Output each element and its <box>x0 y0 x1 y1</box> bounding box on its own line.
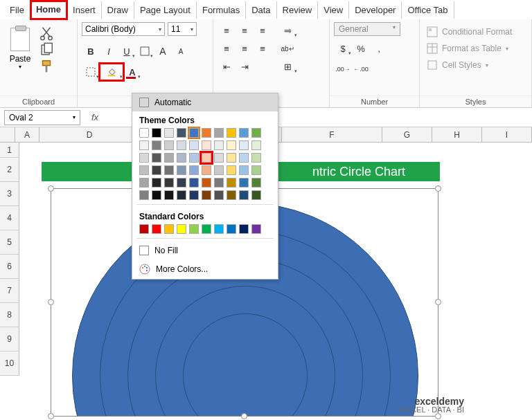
color-swatch[interactable] <box>164 128 174 138</box>
resize-handle[interactable] <box>48 185 54 192</box>
color-swatch[interactable] <box>214 140 224 150</box>
row-header[interactable]: 2 <box>0 158 19 182</box>
color-swatch[interactable] <box>239 153 249 163</box>
color-swatch[interactable] <box>189 153 199 163</box>
tab-review[interactable]: Review <box>277 1 319 19</box>
copy-button[interactable] <box>39 43 54 57</box>
currency-button[interactable]: $ <box>334 40 352 57</box>
align-center-button[interactable]: ≡ <box>236 40 254 57</box>
color-swatch[interactable] <box>202 178 211 188</box>
color-swatch[interactable] <box>214 153 224 163</box>
resize-handle[interactable] <box>435 299 441 305</box>
align-middle-button[interactable]: ≡ <box>236 22 254 39</box>
color-swatch[interactable] <box>202 153 211 163</box>
decrease-decimal-button[interactable]: ←.00 <box>352 61 370 77</box>
color-swatch[interactable] <box>164 224 174 234</box>
color-swatch[interactable] <box>177 224 186 234</box>
format-painter-button[interactable] <box>39 60 54 73</box>
align-bottom-button[interactable]: ≡ <box>254 22 272 39</box>
font-family-combo[interactable]: Calibri (Body)▾ <box>82 22 165 36</box>
color-swatch[interactable] <box>139 128 149 138</box>
tab-office[interactable]: Office Tab <box>402 1 454 19</box>
number-format-combo[interactable]: General▾ <box>334 22 400 36</box>
no-fill-item[interactable]: No Fill <box>132 241 278 259</box>
italic-button[interactable]: I <box>100 43 118 60</box>
color-swatch[interactable] <box>189 190 199 200</box>
color-swatch[interactable] <box>239 178 249 188</box>
color-swatch[interactable] <box>227 224 236 234</box>
tab-formulas[interactable]: Formulas <box>197 1 246 19</box>
color-swatch[interactable] <box>152 128 161 138</box>
row-header[interactable]: 4 <box>0 206 19 230</box>
row-header[interactable]: 9 <box>0 327 19 351</box>
conditional-format-button[interactable]: Conditional Format <box>424 25 515 39</box>
color-swatch[interactable] <box>239 190 249 200</box>
color-swatch[interactable] <box>189 165 199 175</box>
column-header[interactable]: F <box>282 127 382 142</box>
align-left-button[interactable]: ≡ <box>218 40 236 57</box>
percent-button[interactable]: % <box>352 40 370 57</box>
fx-icon[interactable]: fx <box>91 112 98 122</box>
name-box[interactable]: Oval 2▾ <box>4 110 80 125</box>
color-swatch[interactable] <box>164 140 174 150</box>
cell-styles-button[interactable]: Cell Styles▾ <box>424 58 491 72</box>
color-swatch[interactable] <box>177 153 186 163</box>
color-swatch[interactable] <box>239 165 249 175</box>
color-swatch[interactable] <box>152 165 161 175</box>
color-swatch[interactable] <box>152 224 161 234</box>
bold-button[interactable]: B <box>82 43 100 60</box>
tab-developer[interactable]: Developer <box>349 1 402 19</box>
tab-draw[interactable]: Draw <box>102 1 134 19</box>
color-swatch[interactable] <box>214 224 224 234</box>
tab-data[interactable]: Data <box>246 1 276 19</box>
more-colors-item[interactable]: More Colors... <box>132 259 278 279</box>
color-swatch[interactable] <box>202 165 211 175</box>
format-as-table-button[interactable]: Format as Table▾ <box>424 42 511 55</box>
color-swatch[interactable] <box>177 190 186 200</box>
column-header[interactable]: D <box>39 127 140 142</box>
color-swatch[interactable] <box>202 128 211 138</box>
resize-handle[interactable] <box>435 185 441 192</box>
color-swatch[interactable] <box>164 178 174 188</box>
column-header[interactable]: G <box>382 127 432 142</box>
color-swatch[interactable] <box>177 178 186 188</box>
increase-decimal-button[interactable]: .00→ <box>334 61 352 77</box>
fill-color-button[interactable] <box>100 64 123 80</box>
color-swatch[interactable] <box>227 178 236 188</box>
resize-handle[interactable] <box>48 299 54 305</box>
color-swatch[interactable] <box>189 178 199 188</box>
color-swatch[interactable] <box>227 128 236 138</box>
color-swatch[interactable] <box>152 178 161 188</box>
resize-handle[interactable] <box>48 413 54 419</box>
color-swatch[interactable] <box>251 153 261 163</box>
align-top-button[interactable]: ≡ <box>218 22 236 39</box>
row-header[interactable]: 1 <box>0 143 19 158</box>
align-right-button[interactable]: ≡ <box>254 40 272 57</box>
color-swatch[interactable] <box>152 140 161 150</box>
row-header[interactable]: 5 <box>0 230 19 255</box>
color-swatch[interactable] <box>139 178 149 188</box>
color-swatch[interactable] <box>202 140 211 150</box>
color-swatch[interactable] <box>251 128 261 138</box>
color-swatch[interactable] <box>139 190 149 200</box>
color-swatch[interactable] <box>164 190 174 200</box>
row-header[interactable]: 8 <box>0 303 19 327</box>
color-swatch[interactable] <box>227 190 236 200</box>
merge-button[interactable]: ⊞ <box>277 58 298 75</box>
color-swatch[interactable] <box>177 128 186 138</box>
tab-page-layout[interactable]: Page Layout <box>134 1 197 19</box>
color-swatch[interactable] <box>177 165 186 175</box>
color-swatch[interactable] <box>164 153 174 163</box>
fill-automatic-item[interactable]: Automatic <box>132 93 278 111</box>
color-swatch[interactable] <box>214 128 224 138</box>
color-swatch[interactable] <box>202 190 211 200</box>
column-header[interactable]: I <box>482 127 532 142</box>
color-swatch[interactable] <box>251 190 261 200</box>
color-swatch[interactable] <box>251 224 261 234</box>
color-swatch[interactable] <box>202 224 211 234</box>
color-swatch[interactable] <box>251 165 261 175</box>
border-style-button[interactable] <box>82 64 100 80</box>
tab-file[interactable]: File <box>4 1 30 19</box>
row-header[interactable]: 7 <box>0 279 19 303</box>
color-swatch[interactable] <box>189 224 199 234</box>
